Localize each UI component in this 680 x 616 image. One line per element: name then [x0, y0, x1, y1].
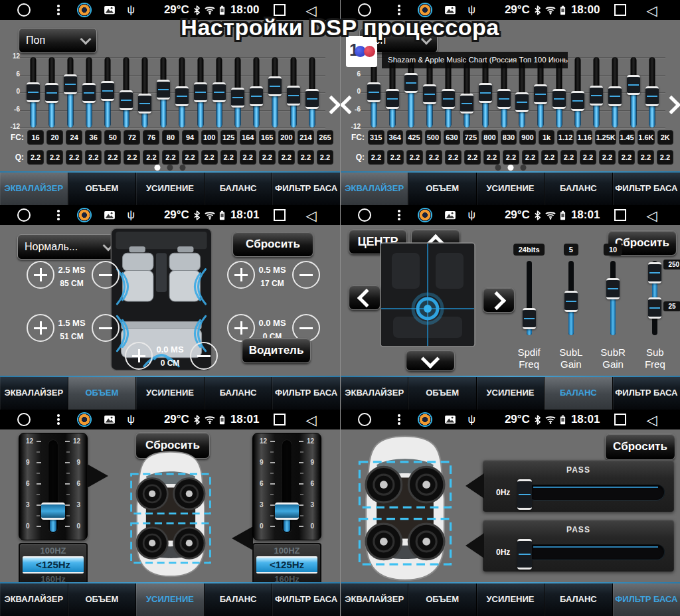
nav-home-button[interactable] — [17, 208, 31, 222]
eq-band-slider[interactable] — [284, 57, 303, 127]
eq-slider-thumb[interactable] — [175, 86, 189, 106]
q-value-badge[interactable]: 2.2 — [522, 150, 539, 165]
q-value-badge[interactable]: 2.2 — [638, 150, 654, 165]
eq-band-slider[interactable] — [210, 57, 228, 127]
q-value-badge[interactable]: 2.2 — [298, 150, 314, 165]
eq-slider-thumb[interactable] — [367, 82, 381, 102]
tab-bass-filter[interactable]: ФИЛЬТР БАСА — [272, 582, 340, 616]
q-value-badge[interactable]: 2.2 — [143, 150, 159, 165]
eq-band-slider[interactable] — [568, 57, 587, 127]
delay-front-right-minus-button[interactable] — [292, 261, 320, 289]
pass-slider-thumb[interactable] — [517, 539, 532, 570]
picker-option-below[interactable]: 160Hz — [254, 574, 320, 582]
delay-center-plus-button[interactable] — [125, 342, 153, 370]
balance-left-button[interactable] — [349, 285, 381, 310]
eq-preset-dropdown[interactable]: Поп — [19, 28, 97, 53]
fc-value-badge[interactable]: 20 — [46, 130, 63, 145]
tab-equalizer[interactable]: ЭКВАЛАЙЗЕР — [341, 582, 408, 616]
q-value-badge[interactable]: 2.2 — [182, 150, 199, 165]
balance-slider-subl[interactable]: 5 SubLGain — [550, 244, 592, 371]
picker-option-above[interactable]: 100HZ — [20, 546, 86, 556]
eq-band-slider[interactable] — [247, 57, 266, 127]
delay-preset-dropdown[interactable]: Нормаль... — [17, 234, 120, 260]
eq-slider-thumb[interactable] — [212, 82, 226, 102]
fc-value-badge[interactable]: 100 — [201, 130, 218, 145]
tab-balance[interactable]: БАЛАНС — [205, 171, 273, 205]
eq-band-slider[interactable] — [266, 57, 284, 127]
eq-slider-thumb[interactable] — [45, 83, 58, 103]
balance-slider-sub[interactable]: 250 25SubFreq — [634, 244, 676, 371]
eq-slider-thumb[interactable] — [479, 83, 492, 103]
nav-back-button[interactable]: ◁ — [305, 208, 316, 222]
fc-value-badge[interactable]: 1.25K — [595, 130, 616, 145]
fc-value-badge[interactable]: 315 — [368, 130, 384, 145]
tab-volume[interactable]: ОБЪЕМ — [68, 582, 137, 616]
q-value-badge[interactable]: 2.2 — [259, 150, 276, 165]
q-value-badge[interactable]: 2.2 — [599, 150, 616, 165]
q-value-badge[interactable]: 2.2 — [240, 150, 256, 165]
pass-filter-slider[interactable] — [527, 485, 665, 501]
q-value-badge[interactable]: 2.2 — [426, 150, 442, 165]
nav-recents-button[interactable] — [614, 209, 626, 221]
driver-position-button[interactable]: Водитель — [242, 338, 311, 363]
tab-volume[interactable]: ОБЪЕМ — [408, 582, 476, 616]
delay-front-right-plus-button[interactable] — [227, 261, 255, 289]
fc-value-badge[interactable]: 630 — [444, 130, 460, 145]
nav-recents-button[interactable] — [614, 414, 626, 425]
eq-slider-thumb[interactable] — [497, 89, 511, 109]
fc-value-badge[interactable]: 2K — [657, 130, 674, 145]
q-value-badge[interactable]: 2.2 — [66, 150, 82, 165]
q-value-badge[interactable]: 2.2 — [483, 150, 500, 165]
eq-next-page-button[interactable] — [325, 98, 338, 112]
eq-band-slider[interactable] — [303, 57, 321, 127]
picker-selected-value[interactable]: <125Hz — [256, 556, 317, 574]
bass-reset-button[interactable]: Сбросить — [605, 433, 675, 460]
eq-slider-thumb[interactable] — [645, 86, 659, 106]
q-value-badge[interactable]: 2.2 — [124, 150, 140, 165]
balance-slider-subr[interactable]: 10 SubRGain — [592, 244, 634, 371]
tab-bass-filter[interactable]: ФИЛЬТР БАСА — [613, 376, 680, 410]
gain-fader[interactable]: 12 12 9 9 6 6 3 3 0 0 — [19, 433, 88, 540]
eq-slider-thumb[interactable] — [386, 89, 399, 109]
fc-value-badge[interactable]: 1k — [539, 130, 555, 145]
eq-slider-thumb[interactable] — [590, 86, 603, 106]
nav-back-button[interactable]: ◁ — [646, 3, 657, 17]
delay-rear-left-plus-button[interactable] — [27, 314, 54, 342]
eq-slider-thumb[interactable] — [268, 76, 282, 96]
q-value-badge[interactable]: 2.2 — [618, 150, 635, 165]
q-value-badge[interactable]: 2.2 — [278, 150, 295, 165]
eq-band-slider[interactable] — [80, 57, 98, 127]
nav-home-button[interactable] — [358, 413, 371, 426]
eq-slider-thumb[interactable] — [250, 86, 263, 106]
q-value-badge[interactable]: 2.2 — [387, 150, 404, 165]
picker-option-above[interactable]: 100HZ — [254, 546, 320, 556]
slider-thumb[interactable] — [606, 278, 620, 299]
tab-bass-filter[interactable]: ФИЛЬТР БАСА — [613, 582, 680, 616]
tab-bass-filter[interactable]: ФИЛЬТР БАСА — [272, 171, 340, 205]
nav-recents-button[interactable] — [274, 414, 286, 425]
delay-rear-left-minus-button[interactable] — [92, 314, 120, 342]
eq-slider-thumb[interactable] — [608, 86, 622, 106]
fc-value-badge[interactable]: 164 — [240, 130, 256, 145]
nav-back-button[interactable]: ◁ — [305, 413, 316, 427]
eq-slider-thumb[interactable] — [534, 84, 547, 104]
tab-gain[interactable]: УСИЛЕНИЕ — [136, 376, 205, 410]
q-value-badge[interactable]: 2.2 — [560, 150, 577, 165]
q-value-badge[interactable]: 2.2 — [85, 150, 102, 165]
eq-band-slider[interactable] — [191, 57, 210, 127]
fc-value-badge[interactable]: 16 — [27, 130, 44, 145]
eq-slider-thumb[interactable] — [404, 73, 418, 93]
tab-gain[interactable]: УСИЛЕНИЕ — [477, 171, 545, 205]
fc-value-badge[interactable]: 900 — [519, 130, 536, 145]
app-logo-icon[interactable] — [418, 208, 432, 222]
eq-slider-thumb[interactable] — [194, 82, 207, 102]
tab-gain[interactable]: УСИЛЕНИЕ — [136, 582, 205, 616]
menu-overflow-icon[interactable] — [398, 414, 400, 425]
app-logo-icon[interactable] — [77, 208, 92, 222]
crossover-frequency-picker[interactable]: 100HZ <125Hz 160Hz — [252, 543, 321, 582]
tab-volume[interactable]: ОБЪЕМ — [68, 376, 137, 410]
picker-option-below[interactable]: 160Hz — [20, 574, 86, 582]
eq-band-slider[interactable] — [24, 57, 42, 127]
tab-equalizer[interactable]: ЭКВАЛАЙЗЕР — [0, 171, 68, 205]
tab-bass-filter[interactable]: ФИЛЬТР БАСА — [272, 376, 340, 410]
